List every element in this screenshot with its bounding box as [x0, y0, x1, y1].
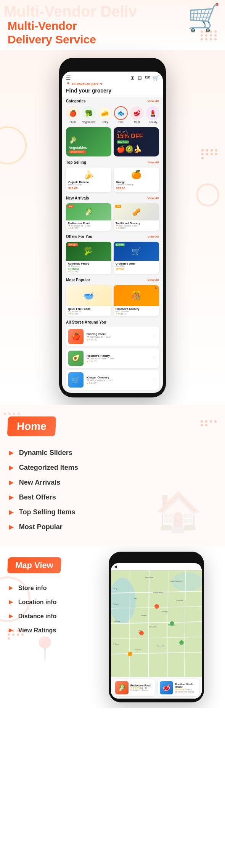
- rancher-info: Rancher's Grocery 6205 Babicoro ★ 4.0 (8…: [114, 306, 159, 316]
- search-icon[interactable]: ⊞: [130, 75, 135, 81]
- authentic-rating: ★ 5.0 (24): [68, 270, 109, 273]
- deco-dots-top: [201, 30, 217, 40]
- popular-row: 🥣 Quick Fare Foods 201 Parker St ★ 5.0 (…: [62, 284, 163, 318]
- feature-label-5: Top Selling Items: [19, 508, 76, 516]
- map-store-info-2: Brazilian Steak House ★★★★★ 5.0 (6) 86 V…: [175, 683, 198, 693]
- beauty-icon: 💄: [146, 106, 160, 120]
- map-feature-location-info: ► Location info: [8, 595, 80, 609]
- new-arrivals-title: New Arrivals: [66, 196, 89, 200]
- svg-text:Rockport: Rockport: [113, 603, 119, 605]
- app-header: ☰ ⊞ ⊟ 🗺 🛒 📍 20 Pavelian park ▾ Find: [62, 72, 163, 97]
- top-selling-view-all[interactable]: View All: [148, 161, 159, 164]
- store-blazing[interactable]: 🍎 Blazing Store 📍 91 Parker St • 1km ★: [66, 327, 159, 346]
- svg-text:Bowman Place: Bowman Place: [153, 592, 163, 594]
- svg-text:Bell Springs: Bell Springs: [145, 576, 153, 578]
- qr-icon[interactable]: ⊟: [138, 75, 142, 81]
- map-section: 📍 Map View ► Store info ► Location info …: [0, 546, 225, 708]
- arrow-icon-2: ►: [8, 463, 15, 472]
- fish-label: Fish: [118, 121, 123, 123]
- grocery-bag-deco: 🛒: [187, 2, 220, 33]
- map-back-bar: ◀: [111, 563, 202, 570]
- new-arrivals-view-all[interactable]: View All: [148, 196, 159, 200]
- category-dairy[interactable]: 🧀 Dairy: [98, 106, 112, 123]
- dairy-label: Dairy: [102, 121, 108, 123]
- categories-header: Categories View All: [62, 97, 163, 105]
- location-bar[interactable]: 📍 20 Pavelian park ▾: [66, 82, 159, 86]
- hamburger-icon[interactable]: ☰: [66, 75, 71, 81]
- fruits-banner-emoji: 🍎🥝🍌: [117, 145, 156, 153]
- top-selling-header: Top Selling View All: [62, 158, 163, 166]
- map-phone: ◀: [109, 552, 204, 702]
- dairy-icon: 🧀: [98, 106, 112, 120]
- offer-gromart[interactable]: 🛒 $100 off Gromart's Offer App Offer SPY…: [114, 242, 159, 274]
- category-fish[interactable]: 🐟 Fish: [114, 106, 128, 123]
- store-rediscover[interactable]: 🥬 30% Rediscover Food 📍 91 Parker St • 2…: [66, 203, 111, 231]
- map-store-card-2[interactable]: 🥩 Brazilian Steak House ★★★★★ 5.0 (6) 86…: [158, 679, 199, 696]
- authentic-addr: 91 Parker st: [68, 265, 109, 267]
- kroger-dist: 2km: [108, 379, 112, 381]
- kroger-info: Kroger Grocery 📍 601, Cambrige • 2km ★ 5…: [87, 376, 149, 385]
- most-popular-view-all[interactable]: View All: [148, 278, 159, 282]
- hero-section: Multi-Vendor Deliv 🛒 Multi-Vendor Delive…: [0, 0, 225, 50]
- store-kroger[interactable]: 🛒 Kroger Grocery 📍 601, Cambrige • 2km ★: [66, 370, 159, 390]
- fruits-label: Fruits: [69, 121, 76, 123]
- map-arrow-4: ►: [8, 626, 14, 634]
- map-banner-text: Map View: [15, 560, 53, 570]
- rediscover-img: 🥬 30%: [66, 203, 111, 220]
- star-icon-5: ★: [116, 313, 117, 315]
- category-beauty[interactable]: 💄 Beauty: [146, 106, 160, 123]
- rachor-info: Rachor's Pantry 📍 366 Avon Trade • 2km ★…: [87, 354, 149, 363]
- map-icon[interactable]: 🗺: [145, 75, 150, 81]
- banana-emoji: 🍌: [68, 170, 109, 180]
- popular-rancher[interactable]: 🎊 🎉 Rancher's Grocery 6205 Babicoro ★ 4.…: [114, 285, 159, 316]
- banner-buynow-badge[interactable]: Buy Now: [117, 140, 129, 144]
- vegetables-icon: 🥦: [82, 106, 96, 120]
- top-selling-title: Top Selling: [66, 160, 86, 164]
- map-feature-label-1: Store info: [18, 585, 47, 592]
- popular-quickfare[interactable]: 🥣 Quick Fare Foods 201 Parker St ★ 5.0 (…: [66, 285, 111, 316]
- gromart-info: Gromart's Offer App Offer SPY02: [114, 261, 159, 272]
- house-deco-icon: 🏠: [154, 490, 202, 535]
- hero-bg-text: Multi-Vendor Deliv: [4, 3, 137, 20]
- svg-text:Miracle Place: Miracle Place: [149, 626, 159, 628]
- kroger-heart-icon[interactable]: ♡: [153, 377, 157, 383]
- feature-label-1: Dynamic Sliders: [19, 449, 72, 457]
- kroger-img: 🛒: [68, 372, 84, 388]
- blazing-heart-icon[interactable]: ♡: [153, 334, 157, 339]
- traditional-info: Traditional Grocery 📍 306, Tackson • 2 k…: [114, 220, 159, 231]
- kroger-rating: ★ 5.0 (28): [87, 382, 149, 385]
- back-arrow-icon[interactable]: ◀: [114, 565, 117, 569]
- store-traditional[interactable]: 🥜 10% Traditional Grocery 📍 306, Tackson…: [114, 203, 159, 231]
- map-store-card-1[interactable]: 🥬 Rediscover Food ★★★★★ 5.0 (8) 91 Parke…: [113, 679, 155, 696]
- offer-authentic[interactable]: 🥦 60% OFF Authentic Pantry 91 Parker st …: [66, 242, 111, 274]
- offers-view-all[interactable]: View All: [148, 235, 159, 238]
- product-banana[interactable]: 🍌 Organic Banana Dollar Pantry $18.00: [66, 168, 111, 192]
- star-icon-6: ★: [87, 338, 88, 341]
- cart-icon[interactable]: 🛒: [153, 75, 159, 81]
- arrow-icon-6: ►: [8, 523, 15, 531]
- kroger-meta: 📍 601, Cambrige • 2km: [87, 379, 149, 382]
- category-meat[interactable]: 🥩 Meat: [130, 106, 144, 123]
- category-vegetables[interactable]: 🥦 Vegetables: [82, 106, 96, 123]
- store-rachor[interactable]: 🥑 Rachor's Pantry 📍 366 Avon Trade • 2km…: [66, 348, 159, 368]
- category-fruits[interactable]: 🍎 Fruits: [66, 106, 80, 123]
- banner-order-btn[interactable]: ORDER NOW >: [69, 150, 86, 153]
- product-orange[interactable]: 🍊 Orange Rancher Grocery $25.00: [114, 168, 159, 192]
- banner-discount-pct: 15% OFF: [117, 133, 156, 140]
- map-phone-notch: [143, 555, 170, 561]
- rediscover-name: Rediscover Food: [68, 222, 109, 225]
- star-icon-4: ★: [68, 313, 70, 315]
- arrow-icon-3: ►: [8, 478, 15, 487]
- pin-icon-4: 📍: [87, 357, 89, 360]
- map-feature-store-info: ► Store info: [8, 581, 80, 595]
- rachor-heart-icon[interactable]: ♡: [153, 356, 157, 361]
- map-bottom-cards: 🥬 Rediscover Food ★★★★★ 5.0 (8) 91 Parke…: [111, 677, 202, 699]
- banana-price: $18.00: [68, 187, 109, 190]
- banana-store: Dollar Pantry: [68, 183, 109, 186]
- categories-view-all[interactable]: View All: [148, 99, 159, 103]
- pin-icon-3: 📍: [87, 336, 89, 338]
- find-grocery-title: Find your grocery: [66, 86, 159, 95]
- most-popular-title: Most Popular: [66, 278, 90, 282]
- traditional-rating: ★ 4.0 (82): [116, 227, 157, 229]
- rachor-dist: 2km: [109, 357, 114, 360]
